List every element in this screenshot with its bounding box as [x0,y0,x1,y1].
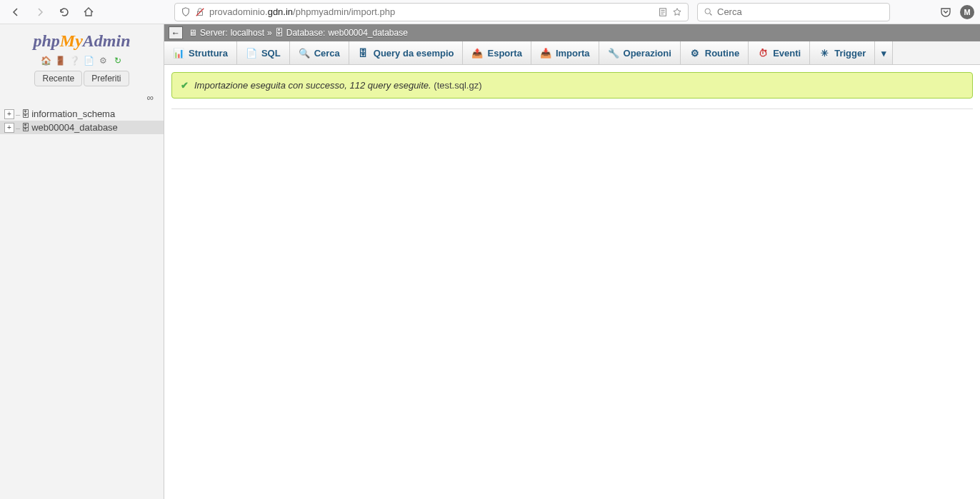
db-label: web00004_database [31,122,118,133]
server-icon: 🖥 [189,28,197,38]
sidebar-tabs: Recente Preferiti [0,71,164,86]
notice-text: Importazione eseguita con successo, 112 … [194,80,482,91]
logo-admin: Admin [83,31,131,50]
svg-line-7 [710,14,711,15]
tab-sql[interactable]: 📄SQL [237,41,290,64]
tab-label: Routine [705,48,739,59]
lock-insecure-icon [195,7,205,17]
favorites-tab[interactable]: Preferiti [84,71,129,86]
success-notice: ✔ Importazione eseguita con successo, 11… [171,72,973,99]
export-icon: 📤 [471,47,483,59]
tab-label: Query da esempio [374,48,454,59]
tree-line-icon: – [16,124,20,132]
db-item-information-schema[interactable]: + – 🗄 information_schema [0,107,164,121]
breadcrumb-separator: » [267,28,272,38]
browser-search-input[interactable] [717,6,884,17]
divider [171,109,973,109]
db-label: Database: [286,28,326,38]
logo-my: My [60,31,83,50]
home-button[interactable] [79,2,99,22]
database-icon: 🗄 [21,109,30,119]
url-bar[interactable]: provadominio.gdn.in/phpmyadmin/import.ph… [174,3,689,21]
events-icon: ⏱ [757,47,769,59]
sidebar: phpMyAdmin 🏠 🚪 ❔ 📄 ⚙ ↻ Recente Preferiti… [0,24,164,499]
tab-label: SQL [261,48,281,59]
recent-tab[interactable]: Recente [34,71,82,86]
db-value[interactable]: web00004_database [328,28,407,38]
content: ← 🖥 Server: localhost » 🗄 Database: web0… [164,24,980,499]
trigger-icon: ✳ [819,47,830,59]
expand-icon[interactable]: + [4,109,14,119]
tree-line-icon: – [16,110,20,119]
url-prefix: provadominio. [209,6,268,17]
url-domain: gdn.in [268,6,293,17]
back-button[interactable] [6,2,26,22]
svg-point-6 [705,9,710,14]
browser-right-icons: M [940,5,974,19]
sidebar-mini-icons: 🏠 🚪 ❔ 📄 ⚙ ↻ [41,55,124,66]
browser-search-bar[interactable] [697,3,890,21]
sql-icon[interactable]: 📄 [84,55,95,66]
collapse-icon[interactable]: ∞ [147,92,154,103]
tab-label: Esporta [487,48,521,59]
database-icon: 🗄 [21,123,30,133]
operations-icon: 🔧 [608,47,619,59]
url-text: provadominio.gdn.in/phpmyadmin/import.ph… [209,6,654,17]
chevron-down-icon: ▾ [881,48,886,59]
tab-label: Struttura [189,48,228,59]
home-icon[interactable]: 🏠 [41,55,52,66]
tab-label: Trigger [834,48,866,59]
avatar[interactable]: M [960,5,974,19]
database-icon: 🗄 [275,28,284,38]
tab-label: Importa [556,48,590,59]
browser-toolbar: provadominio.gdn.in/phpmyadmin/import.ph… [0,0,980,24]
reload-button[interactable] [54,2,74,22]
exit-icon[interactable]: 🚪 [55,55,66,66]
tab-label: Eventi [773,48,801,59]
avatar-letter: M [964,8,970,16]
tab-trigger[interactable]: ✳Trigger [810,41,875,64]
bookmark-star-icon[interactable] [672,7,682,17]
logo-php: php [33,31,59,50]
notice-file: (test.sql.gz) [434,80,481,91]
database-tree: + – 🗄 information_schema + – 🗄 web00004_… [0,107,164,134]
check-icon: ✔ [181,80,189,91]
db-item-web00004[interactable]: + – 🗄 web00004_database [0,121,164,134]
search-icon [704,7,713,16]
search-icon: 🔍 [299,47,310,59]
phpmyadmin-logo[interactable]: phpMyAdmin [33,31,130,51]
pocket-icon[interactable] [940,6,951,18]
tab-struttura[interactable]: 📊Struttura [164,41,237,64]
settings-icon[interactable]: ⚙ [98,55,109,66]
tab-label: Operazioni [624,48,671,59]
forward-button[interactable] [30,2,50,22]
tab-eventi[interactable]: ⏱Eventi [749,41,810,64]
tab-operazioni[interactable]: 🔧Operazioni [599,41,681,64]
server-value[interactable]: localhost [231,28,264,38]
tab-importa[interactable]: 📥Importa [531,41,599,64]
query-icon: 🗄 [358,47,369,59]
server-label: Server: [200,28,228,38]
import-icon: 📥 [540,47,551,59]
tab-query-esempio[interactable]: 🗄Query da esempio [349,41,464,64]
routine-icon: ⚙ [689,47,701,59]
reload-icon[interactable]: ↻ [112,55,124,66]
url-path: /phpmyadmin/import.php [293,6,395,17]
main-tabs: 📊Struttura 📄SQL 🔍Cerca 🗄Query da esempio… [164,41,980,65]
structure-icon: 📊 [173,47,184,59]
tab-more[interactable]: ▾ [875,41,893,64]
tab-routine[interactable]: ⚙Routine [681,41,749,64]
db-label: information_schema [31,109,115,119]
shield-icon [181,7,191,17]
tab-label: Cerca [314,48,340,59]
breadcrumb: ← 🖥 Server: localhost » 🗄 Database: web0… [164,24,980,41]
notice-message: Importazione eseguita con successo, 112 … [194,80,431,91]
tab-cerca[interactable]: 🔍Cerca [290,41,349,64]
sql-icon: 📄 [246,47,257,59]
help-icon[interactable]: ❔ [69,55,81,66]
reader-icon[interactable] [658,7,668,17]
breadcrumb-back-button[interactable]: ← [169,26,183,39]
expand-icon[interactable]: + [4,123,14,133]
tab-esporta[interactable]: 📤Esporta [463,41,531,64]
